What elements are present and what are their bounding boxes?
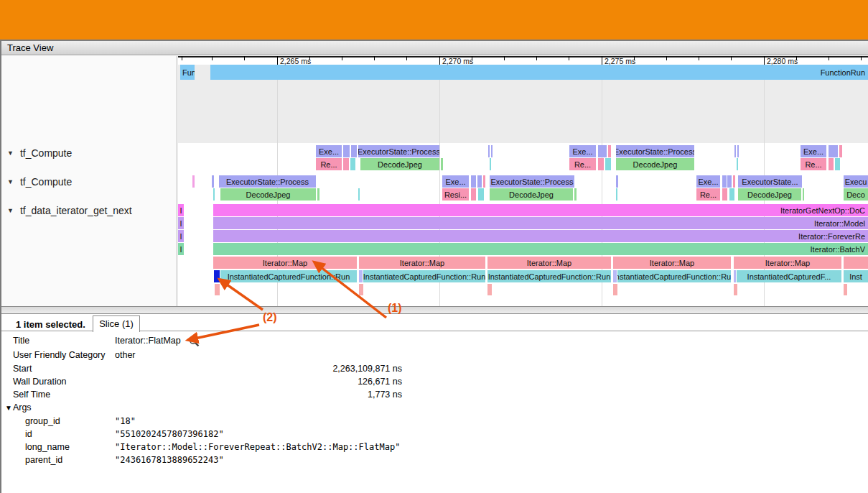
trace-slice[interactable] [829,158,834,170]
trace-slice[interactable] [734,270,736,282]
trace-slice[interactable]: FunctionRun [210,65,868,80]
trace-slice[interactable] [477,175,482,188]
trace-slice[interactable] [478,188,484,201]
trace-slice[interactable]: DecodeJpeg [360,158,439,170]
collapse-arrow-icon[interactable]: ▼ [7,149,14,157]
trace-slice[interactable]: ExecutorState::Process [490,175,574,188]
trace-slice[interactable]: ExecutorState... [738,175,802,188]
trace-slice[interactable]: ExecutorState::Process [219,175,316,188]
trace-slice[interactable]: Iterator::Map [734,257,841,269]
trace-slice[interactable] [491,145,493,157]
trace-slice[interactable]: Re... [696,188,720,201]
trace-slice[interactable]: Fun [180,65,195,80]
trace-slice[interactable] [351,145,357,157]
trace-slice[interactable]: Exe... [316,145,342,157]
magnifier-icon[interactable] [189,336,200,347]
trace-slice[interactable]: DecodeJpeg [616,158,694,170]
trace-slice[interactable] [350,158,355,170]
trace-slice[interactable]: InstantiatedCapturedFunction::Run [220,270,357,282]
trace-slice[interactable] [192,175,195,188]
trace-slice[interactable]: I [178,243,184,255]
trace-slice[interactable]: Iterator::Map [213,257,357,269]
sidebar-track-tf-compute-2[interactable]: ▼ tf_Compute [7,176,72,188]
trace-slice[interactable] [215,284,220,295]
trace-slice[interactable]: Iterator::BatchV [213,243,868,255]
trace-slice[interactable]: ExecutorState::Process [616,145,694,157]
trace-slice[interactable] [722,175,727,188]
collapse-arrow-icon[interactable]: ▼ [7,207,14,214]
trace-slice[interactable]: InstantiatedCapturedFunction::Run [363,270,485,282]
trace-slice[interactable]: ExecutorState::Process [358,145,439,157]
trace-slice[interactable] [803,188,804,201]
trace-slice[interactable] [359,270,363,282]
trace-slice[interactable] [734,284,737,295]
expand-arrow-icon[interactable]: ▼ [5,404,12,412]
trace-slice[interactable] [613,270,617,282]
trace-slice[interactable] [733,175,735,188]
trace-slice[interactable]: I [178,217,184,229]
trace-slice[interactable] [734,145,736,157]
trace-slice[interactable]: Deco [844,188,868,201]
trace-slice[interactable]: Exe... [569,145,596,157]
trace-slice[interactable]: Re... [801,158,826,170]
trace-slice[interactable] [213,188,215,201]
tab-slice[interactable]: Slice (1) [93,315,140,332]
trace-slice[interactable]: IteratorGetNextOp::DoC [213,204,868,216]
trace-slice[interactable]: I [178,230,184,242]
trace-slice[interactable]: Iterator::ForeverRe [213,230,868,242]
trace-slice[interactable] [613,284,617,295]
trace-slice[interactable] [483,175,485,188]
panel-resize-divider[interactable] [0,306,868,314]
trace-slice[interactable] [471,188,476,201]
trace-slice[interactable] [616,175,618,188]
trace-slice[interactable] [605,158,611,170]
trace-slice[interactable] [598,158,604,170]
args-section-toggle[interactable]: ▼Args [5,402,32,415]
trace-slice[interactable] [212,175,214,188]
trace-slice[interactable]: Exe... [801,145,826,157]
trace-slice[interactable] [574,188,577,201]
trace-slice[interactable]: Inst [844,270,868,282]
trace-slice[interactable]: InstantiatedCapturedFunction::Run [617,270,731,282]
trace-slice[interactable] [844,257,868,269]
trace-slice[interactable]: Exe... [442,175,469,188]
trace-slice[interactable] [317,188,319,201]
trace-slice[interactable]: Iterator::Map [487,257,611,269]
sidebar-track-tf-compute-1[interactable]: ▼ tf_Compute [7,147,72,159]
trace-slice[interactable]: InstantiatedCapturedFunction::Run [487,270,611,282]
sidebar-track-iterator-get-next[interactable]: ▼ tf_data_iterator_get_next [7,205,132,216]
trace-slice[interactable]: Execu [844,175,868,188]
trace-slice[interactable] [729,188,734,201]
trace-slice[interactable]: DecodeJpeg [490,188,573,201]
trace-slice[interactable] [488,145,490,157]
trace-slice[interactable] [727,175,732,188]
trace-slice[interactable]: Iterator::Model [213,217,868,229]
trace-slice[interactable] [598,145,607,157]
trace-slice[interactable] [722,188,727,201]
trace-slice[interactable] [490,158,491,170]
trace-slice[interactable] [835,158,840,170]
trace-slice[interactable]: I [178,204,184,216]
trace-slice[interactable]: Re... [569,158,596,170]
trace-slice[interactable] [359,284,363,295]
trace-slice[interactable]: Re... [316,158,342,170]
trace-slice[interactable] [471,175,476,188]
collapse-arrow-icon[interactable]: ▼ [7,178,14,185]
trace-slice[interactable] [839,145,842,157]
trace-slice[interactable]: InstantiatedCapturedF... [737,270,841,282]
trace-slice[interactable] [358,188,360,201]
trace-slice[interactable]: Exe... [696,175,720,188]
trace-slice[interactable]: Iterator::Map [613,257,731,269]
trace-slice[interactable] [829,145,838,157]
trace-slice[interactable]: DecodeJpeg [220,188,316,201]
trace-slice[interactable] [343,158,349,170]
trace-slice[interactable]: DecodeJpeg [738,188,801,201]
trace-slice[interactable] [214,270,220,282]
trace-slice[interactable] [487,284,492,295]
trace-slice[interactable]: Iterator::Map [359,257,485,269]
trace-slice[interactable] [737,145,739,157]
trace-slice[interactable]: Resi... [442,188,469,201]
trace-slice[interactable] [616,188,617,201]
trace-slice[interactable] [343,145,350,157]
trace-slice[interactable] [737,158,738,170]
